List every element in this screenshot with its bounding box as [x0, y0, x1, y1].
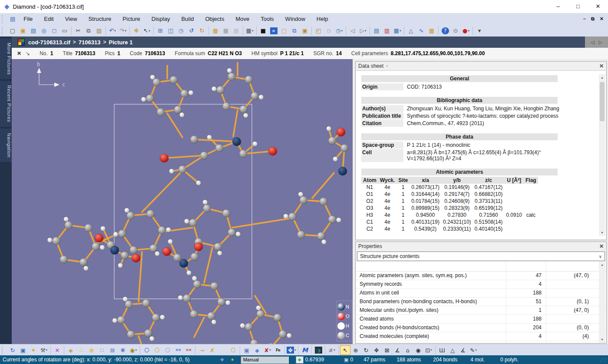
property-row[interactable]: Created atoms188 [356, 315, 606, 324]
orientation-icon[interactable]: ◈ [252, 345, 262, 355]
insert-picture-icon[interactable]: ▣ [300, 26, 310, 36]
ring-search-yellow-icon[interactable]: ⎔ [228, 345, 238, 355]
menu-window[interactable]: Window [280, 13, 311, 25]
expand-contacts-red-icon[interactable]: ✕✕ [183, 345, 194, 355]
tree-view-icon[interactable]: ⊞ [155, 26, 165, 36]
breadcrumb-part[interactable]: 7106313 [79, 39, 101, 46]
data-table-icon[interactable]: ▦▾ [392, 26, 403, 36]
refresh-windows-icon[interactable]: ↻ [197, 26, 207, 36]
distance-list-icon[interactable]: ▥ [382, 26, 392, 36]
print-preview-icon[interactable]: ◻ [49, 26, 59, 36]
rotate-z-icon[interactable]: ↻ [361, 345, 371, 355]
wand-status-icon[interactable]: ✶ [230, 357, 234, 363]
document-icon[interactable]: ▤ [10, 16, 15, 22]
angle-diagram-icon[interactable]: △ [406, 26, 416, 36]
dropdown-arrow-icon[interactable]: ▾ [135, 348, 137, 352]
dropdown-arrow-icon[interactable]: ▾ [334, 348, 335, 352]
data-sheet-titlebar[interactable]: Data sheet ▿ ✕ [356, 62, 606, 70]
mdi-close-button[interactable]: ✕ [600, 16, 604, 22]
fill-cell-icon[interactable]: ⊠ [107, 345, 118, 355]
print-icon[interactable]: ▭ [59, 26, 70, 36]
breadcrumb-part[interactable]: Picture 1 [109, 39, 133, 46]
advance-picture-icon[interactable]: » [268, 26, 279, 36]
sidebar-tab-more-pictures[interactable]: More Pictures [0, 38, 12, 79]
property-row[interactable]: Bond parameters (non-bonding contacts, H… [356, 298, 606, 306]
mode-indicator[interactable]: Manual [241, 356, 289, 364]
refresh-picture-icon[interactable]: ↻ [7, 345, 18, 355]
break-bond-icon[interactable]: ✗ [207, 345, 218, 355]
menu-file[interactable]: File [18, 13, 38, 25]
pick-tool-icon[interactable]: ⚒▾ [39, 345, 49, 355]
destroy-icon[interactable]: ✕ [52, 345, 63, 355]
grid-options-icon[interactable]: ▦▾ [245, 26, 255, 36]
dropdown-arrow-icon[interactable]: ▾ [400, 29, 401, 33]
mdi-minimize-button[interactable]: – [583, 16, 586, 22]
property-row[interactable]: Symmetry records4 [356, 280, 606, 289]
menu-view[interactable]: View [59, 13, 83, 25]
spin-view-icon[interactable]: ◉ [413, 345, 423, 355]
cluster-icon[interactable]: ❋ [118, 345, 128, 355]
new-table-icon[interactable]: ▦ [210, 26, 221, 36]
create-bond-icon[interactable]: ⊸ [197, 345, 207, 355]
sidebar-tab-navigation[interactable]: Navigation [0, 129, 12, 162]
picture-thumbnail-icon[interactable]: ▫ [324, 26, 334, 36]
scale-view-icon[interactable]: ⊠ [382, 345, 392, 355]
property-row[interactable]: Cell corners8 [356, 341, 606, 343]
toolbar-grip[interactable] [2, 15, 5, 23]
add-atom-icon[interactable]: ⊕ [86, 345, 97, 355]
breadcrumb-part[interactable]: cod-7106313.cif [28, 39, 70, 46]
recent-history-icon[interactable]: ◷▾ [334, 26, 344, 36]
powder-diagram-icon[interactable]: ∿ [416, 26, 426, 36]
resize-grip[interactable]: ⋰⋰ [600, 357, 607, 362]
data-sheet-scrollbar[interactable]: ▲ ▼ [599, 74, 605, 236]
scroll-up-icon[interactable]: ▲ [599, 261, 605, 268]
dropdown-arrow-icon[interactable]: ▾ [46, 348, 48, 352]
data-sheet-close-icon[interactable]: ✕ [599, 63, 604, 69]
copy-picture-icon[interactable]: ⧉ [289, 26, 300, 36]
toolbar-grip[interactable] [2, 27, 5, 35]
export-picture-icon[interactable]: ◰ [313, 26, 324, 36]
menu-move[interactable]: Move [230, 13, 255, 25]
info-close-icon[interactable]: ✕ [17, 50, 21, 56]
coordination-sphere-icon[interactable]: ◉▾ [128, 345, 139, 355]
molecule-labels-icon[interactable]: M [300, 345, 310, 355]
property-row[interactable]: Atoms in unit cell188 [356, 289, 606, 298]
next-picture-icon[interactable]: ▷▾ [358, 26, 368, 36]
picture-dialog-icon[interactable]: ▣ [18, 345, 28, 355]
properties-scrollbar[interactable]: ▲ ▼ [599, 261, 605, 343]
ring-search-white-icon[interactable]: ⎔ [218, 345, 228, 355]
mdi-restore-button[interactable]: ⧉ [591, 16, 595, 22]
rotate-xy-icon[interactable]: ⊕ [350, 345, 361, 355]
pan-mode-icon[interactable]: ✥ [131, 26, 142, 36]
photo-camera-icon[interactable]: ⊙ [450, 26, 461, 36]
dropdown-arrow-icon[interactable]: ▾ [252, 29, 254, 33]
copy-table-icon[interactable]: ▦ [231, 26, 241, 36]
more-tools-icon[interactable]: ▾ [474, 26, 485, 36]
property-row[interactable]: Created molecules (complete)4(4) [356, 332, 606, 341]
blank-picture-icon[interactable]: ■ [258, 26, 268, 36]
render-mode-icon[interactable]: ◑ [313, 345, 324, 355]
dropdown-arrow-icon[interactable]: ▾ [468, 29, 469, 33]
menu-picture[interactable]: Picture [117, 13, 145, 25]
menu-tools[interactable]: Tools [255, 13, 279, 25]
redo-icon[interactable]: ↷▾ [118, 26, 128, 36]
polyhedron-yellow-icon[interactable]: ⎔ [152, 345, 162, 355]
menu-edit[interactable]: Edit [38, 13, 59, 25]
properties-selector[interactable]: Structure picture contents ∨ [357, 251, 605, 261]
menu-structure[interactable]: Structure [83, 13, 117, 25]
pack-status-icon[interactable]: ❖ [220, 357, 225, 363]
property-table-icon[interactable]: ▦ [426, 26, 437, 36]
tile-view-icon[interactable]: ◫ [165, 26, 176, 36]
add-atom-group-icon[interactable]: ∴ [76, 345, 86, 355]
properties-titlebar[interactable]: Properties ✕ [356, 242, 606, 251]
pack-molecules-icon[interactable]: ⎔ [162, 345, 173, 355]
iron-bond-icon[interactable]: Fe [273, 345, 283, 355]
angle-view-icon[interactable]: ∡ [392, 345, 403, 355]
minimize-button[interactable]: – [548, 0, 568, 13]
dropdown-arrow-icon[interactable]: ▾ [149, 29, 150, 33]
list-view-icon[interactable]: ▤ [371, 26, 382, 36]
new-document-icon[interactable]: ▢ [7, 26, 18, 36]
measure-properties-icon[interactable]: ✎▾ [468, 345, 479, 355]
help-icon[interactable]: ? [440, 26, 450, 36]
paste-icon[interactable]: ▨ [94, 26, 104, 36]
